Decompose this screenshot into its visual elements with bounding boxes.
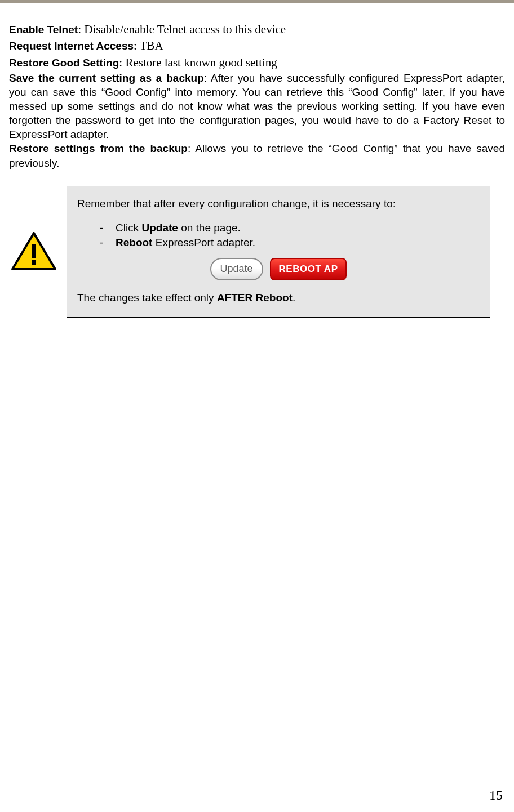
note-tail-prefix: The changes take effect only <box>77 292 217 304</box>
definition-restore-backup: Restore settings from the backup: Allows… <box>9 141 505 169</box>
note-tail-bold: AFTER Reboot <box>217 292 293 304</box>
desc-enable-telnet: : Disable/enable Telnet access to this d… <box>78 23 286 36</box>
reboot-ap-button[interactable]: REBOOT AP <box>270 258 347 280</box>
definition-enable-telnet: Enable Telnet: Disable/enable Telnet acc… <box>9 21 505 37</box>
definition-request-internet: Request Internet Access: TBA <box>9 38 505 53</box>
definition-save-backup: Save the current setting as a backup: Af… <box>9 71 505 141</box>
page-number: 15 <box>489 788 503 803</box>
note-tail-suffix: . <box>293 292 295 304</box>
desc-restore-good: : Restore last known good setting <box>119 56 277 69</box>
update-button[interactable]: Update <box>210 258 263 280</box>
footer-rule <box>9 779 505 779</box>
note-item1-bold: Update <box>141 222 178 234</box>
warning-icon <box>11 232 56 271</box>
term-restore-good: Restore Good Setting <box>9 57 119 69</box>
note-item2-bold: Reboot <box>116 237 152 248</box>
svg-rect-1 <box>32 244 36 258</box>
note-item2-suffix: ExpressPort adapter. <box>152 237 255 248</box>
top-border <box>0 0 514 3</box>
note-row: Remember that after every configuration … <box>9 186 505 318</box>
term-save-backup: Save the current setting as a backup <box>9 72 204 84</box>
term-enable-telnet: Enable Telnet <box>9 24 78 35</box>
note-box: Remember that after every configuration … <box>67 186 490 318</box>
note-item-update: Click Update on the page. <box>100 221 480 235</box>
content-area: Enable Telnet: Disable/enable Telnet acc… <box>0 21 514 318</box>
button-row: Update REBOOT AP <box>77 258 480 280</box>
svg-rect-2 <box>32 260 36 265</box>
note-item1-suffix: on the page. <box>178 222 241 234</box>
term-restore-backup: Restore settings from the backup <box>9 142 188 154</box>
note-lead: Remember that after every configuration … <box>77 197 480 211</box>
desc-request-internet: : TBA <box>134 39 163 52</box>
term-request-internet: Request Internet Access <box>9 40 134 52</box>
note-item1-prefix: Click <box>116 222 141 234</box>
note-list: Click Update on the page. Reboot Express… <box>77 221 480 249</box>
note-tail: The changes take effect only AFTER Reboo… <box>77 291 480 305</box>
definition-restore-good: Restore Good Setting: Restore last known… <box>9 55 505 70</box>
note-item-reboot: Reboot ExpressPort adapter. <box>100 235 480 250</box>
